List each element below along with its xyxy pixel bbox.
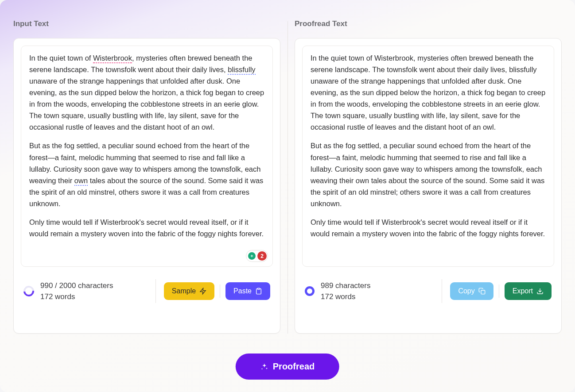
- button-divider: [499, 284, 499, 298]
- output-title: Proofread Text: [295, 19, 562, 28]
- sample-button[interactable]: Sample: [164, 282, 214, 300]
- suggestion-icon: [247, 251, 256, 261]
- copy-icon: [478, 288, 486, 295]
- grammar-mark-blissfully[interactable]: blissfully: [228, 65, 255, 75]
- input-footer: 990 / 2000 characters 172 words Sample P…: [14, 274, 280, 314]
- input-panel: Input Text In the quiet town of Wisterbr…: [13, 19, 280, 334]
- input-word-count: 172 words: [40, 291, 113, 303]
- input-paragraph-2: But as the fog settled, a peculiar sound…: [29, 140, 264, 209]
- output-panel: Proofread Text In the quiet town of Wist…: [295, 19, 562, 334]
- output-card: In the quiet town of Wisterbrook, myster…: [295, 38, 562, 334]
- output-paragraph-2: But as the fog settled, a peculiar sound…: [311, 140, 546, 209]
- clipboard-icon: [255, 288, 262, 295]
- output-char-count: 989 characters: [321, 280, 370, 292]
- spell-error-wisterbrook[interactable]: Wisterbrook: [93, 54, 132, 63]
- input-paragraph-3: Only time would tell if Wisterbrook's se…: [29, 216, 264, 239]
- output-footer: 989 characters 172 words Copy Export: [295, 274, 561, 314]
- issue-badges[interactable]: 2: [246, 250, 268, 262]
- input-card: In the quiet town of Wisterbrook, myster…: [13, 38, 280, 334]
- paste-button[interactable]: Paste: [225, 282, 270, 300]
- footer-divider: [155, 279, 156, 303]
- status-ring-icon: [305, 286, 315, 296]
- output-text-area[interactable]: In the quiet town of Wisterbrook, myster…: [302, 46, 554, 267]
- error-count-badge: 2: [257, 251, 267, 261]
- progress-spinner-icon: [21, 284, 36, 299]
- app-container: Input Text In the quiet town of Wisterbr…: [0, 0, 575, 392]
- svg-rect-1: [257, 288, 260, 289]
- input-text-content: In the quiet town of Wisterbrook, myster…: [29, 52, 264, 239]
- footer-divider: [442, 279, 442, 303]
- input-title: Input Text: [13, 19, 280, 28]
- output-paragraph-3: Only time would tell if Wisterbrook's se…: [311, 216, 546, 239]
- proofread-button[interactable]: Proofread: [236, 354, 339, 380]
- output-stats: 989 characters 172 words: [305, 280, 434, 303]
- output-paragraph-1: In the quiet town of Wisterbrook, myster…: [311, 52, 546, 133]
- input-char-count: 990 / 2000 characters: [40, 280, 113, 292]
- download-icon: [536, 288, 544, 295]
- copy-button[interactable]: Copy: [450, 282, 493, 300]
- input-paragraph-1: In the quiet town of Wisterbrook, myster…: [29, 52, 264, 133]
- grammar-mark-own[interactable]: own: [74, 177, 88, 186]
- button-divider: [220, 284, 220, 298]
- output-text-content: In the quiet town of Wisterbrook, myster…: [311, 52, 546, 239]
- panel-divider: [288, 21, 288, 334]
- svg-rect-2: [481, 290, 485, 294]
- lightning-icon: [199, 288, 206, 295]
- svg-marker-0: [200, 288, 206, 294]
- sparkle-icon: [260, 363, 268, 371]
- input-stats: 990 / 2000 characters 172 words: [23, 280, 148, 303]
- input-text-area[interactable]: In the quiet town of Wisterbrook, myster…: [21, 46, 273, 267]
- output-word-count: 172 words: [321, 291, 370, 303]
- export-button[interactable]: Export: [505, 282, 552, 300]
